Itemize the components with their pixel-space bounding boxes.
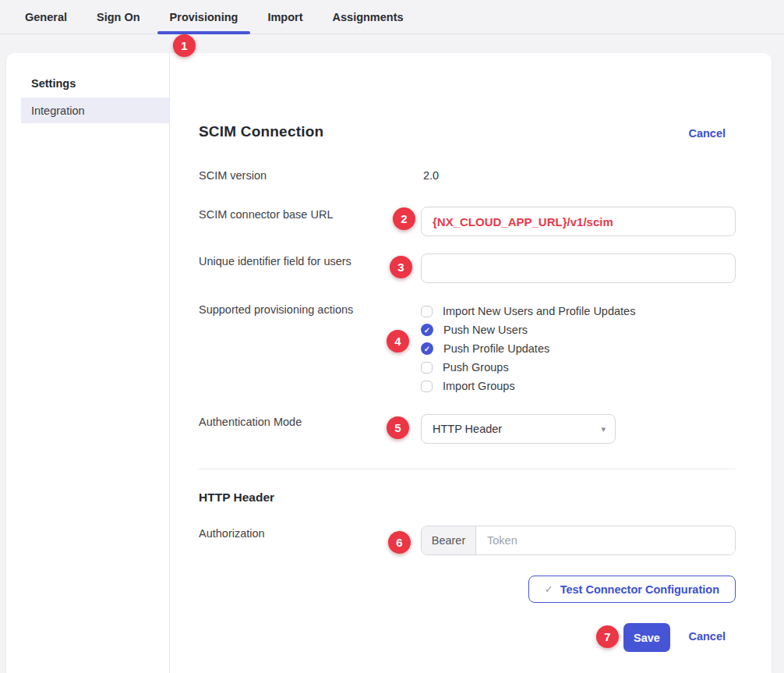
http-header-section-title: HTTP Header — [199, 491, 274, 505]
tab-provisioning[interactable]: Provisioning — [157, 0, 251, 34]
checkbox-checked-icon[interactable]: ✓ — [421, 324, 433, 336]
tab-import[interactable]: Import — [255, 0, 315, 34]
save-button[interactable]: Save — [623, 623, 670, 652]
provisioning-action-option[interactable]: Import Groups — [421, 377, 635, 395]
page-title: SCIM Connection — [199, 123, 323, 140]
step-badge-2: 2 — [393, 207, 415, 230]
checkbox-unchecked-icon[interactable] — [421, 362, 433, 374]
step-badge-5: 5 — [387, 416, 409, 439]
tab-general[interactable]: General — [12, 0, 79, 34]
unique-id-label: Unique identifier field for users — [199, 255, 351, 267]
checkbox-label: Import New Users and Profile Updates — [443, 305, 635, 317]
auth-mode-select[interactable]: HTTP Header ▾ — [421, 414, 616, 444]
unique-id-input[interactable] — [421, 253, 736, 283]
chevron-down-icon: ▾ — [601, 424, 606, 434]
checkbox-label: Push Profile Updates — [443, 342, 549, 355]
provisioning-action-option[interactable]: Import New Users and Profile Updates — [421, 302, 635, 321]
sidebar-item-integration[interactable]: Integration — [21, 97, 169, 123]
scim-connection-form: SCIM Connection Cancel SCIM version 2.0 … — [199, 53, 736, 673]
test-connector-configuration-button[interactable]: ✓ Test Connector Configuration — [528, 576, 736, 603]
cancel-link-bottom[interactable]: Cancel — [688, 630, 726, 643]
checkbox-unchecked-icon[interactable] — [421, 306, 433, 317]
content-card: Settings Integration SCIM Connection Can… — [6, 53, 772, 673]
authorization-input-group: Bearer — [421, 526, 736, 555]
provisioning-action-option[interactable]: Push Groups — [421, 358, 635, 377]
tab-bar: GeneralSign OnProvisioningImportAssignme… — [0, 0, 784, 34]
test-connector-button-label: Test Connector Configuration — [560, 583, 719, 596]
provisioning-action-option[interactable]: ✓Push Profile Updates — [421, 339, 635, 358]
tab-assignments[interactable]: Assignments — [320, 0, 416, 34]
step-badge-6: 6 — [388, 531, 411, 554]
step-badge-4: 4 — [387, 330, 409, 352]
authorization-label: Authorization — [199, 527, 265, 540]
checkbox-unchecked-icon[interactable] — [421, 381, 433, 392]
checkbox-label: Push Groups — [443, 361, 509, 374]
sidebar-heading: Settings — [31, 77, 76, 90]
base-url-input[interactable] — [421, 207, 736, 236]
checkbox-checked-icon[interactable]: ✓ — [421, 342, 433, 355]
cancel-link-top[interactable]: Cancel — [688, 127, 726, 140]
step-badge-7: 7 — [596, 625, 619, 648]
step-badge-1: 1 — [173, 34, 196, 57]
auth-mode-label: Authentication Mode — [199, 416, 302, 428]
auth-mode-selected-value: HTTP Header — [433, 423, 502, 435]
base-url-label: SCIM connector base URL — [199, 208, 333, 221]
scim-version-value: 2.0 — [423, 169, 439, 182]
scim-version-label: SCIM version — [199, 169, 267, 182]
sidebar-item-label: Integration — [31, 104, 85, 117]
check-icon: ✓ — [545, 583, 553, 595]
bearer-prefix: Bearer — [422, 526, 476, 554]
provisioning-settings-page: GeneralSign OnProvisioningImportAssignme… — [0, 0, 784, 673]
tab-sign-on[interactable]: Sign On — [84, 0, 153, 34]
settings-sidebar: Settings Integration — [6, 53, 170, 673]
provisioning-actions-list: Import New Users and Profile Updates✓Pus… — [421, 302, 635, 395]
section-divider — [199, 469, 736, 469]
step-badge-3: 3 — [390, 256, 412, 278]
provisioning-actions-label: Supported provisioning actions — [199, 303, 353, 316]
checkbox-label: Push New Users — [443, 324, 528, 336]
checkbox-label: Import Groups — [443, 380, 515, 392]
token-input[interactable] — [476, 526, 735, 554]
provisioning-action-option[interactable]: ✓Push New Users — [421, 321, 635, 339]
